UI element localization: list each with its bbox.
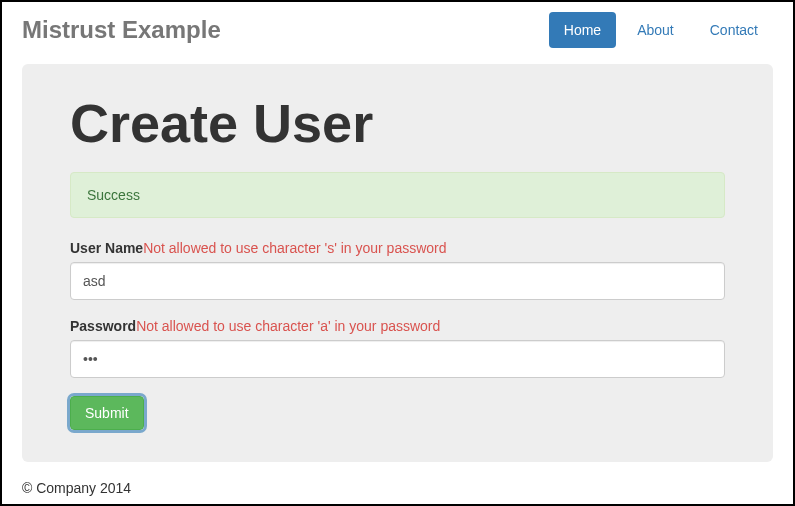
password-input[interactable] — [70, 340, 725, 378]
username-error: Not allowed to use character 's' in your… — [143, 240, 446, 256]
username-label: User Name — [70, 240, 143, 256]
password-label: Password — [70, 318, 136, 334]
page-title: Create User — [70, 92, 725, 154]
password-error: Not allowed to use character 'a' in your… — [136, 318, 440, 334]
submit-button[interactable]: Submit — [70, 396, 144, 430]
brand-title: Mistrust Example — [22, 16, 221, 44]
nav-home[interactable]: Home — [549, 12, 616, 48]
container: Mistrust Example Home About Contact Crea… — [2, 2, 793, 506]
form-group-username: User NameNot allowed to use character 's… — [70, 240, 725, 300]
footer-text: © Company 2014 — [22, 480, 773, 506]
navbar: Mistrust Example Home About Contact — [22, 2, 773, 56]
username-label-row: User NameNot allowed to use character 's… — [70, 240, 725, 256]
password-label-row: PasswordNot allowed to use character 'a'… — [70, 318, 725, 334]
nav-links: Home About Contact — [549, 12, 773, 48]
form-group-password: PasswordNot allowed to use character 'a'… — [70, 318, 725, 378]
alert-success: Success — [70, 172, 725, 218]
app-frame: Mistrust Example Home About Contact Crea… — [0, 0, 795, 506]
main-panel: Create User Success User NameNot allowed… — [22, 64, 773, 462]
nav-about[interactable]: About — [622, 12, 689, 48]
nav-contact[interactable]: Contact — [695, 12, 773, 48]
username-input[interactable] — [70, 262, 725, 300]
